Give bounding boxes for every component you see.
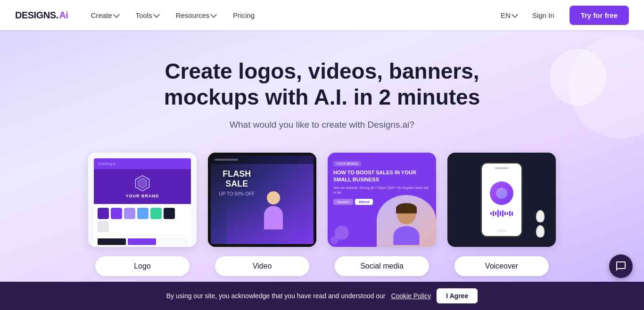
speaker-label: Speaker	[333, 199, 353, 205]
figure-body	[264, 206, 283, 229]
voice-phone	[480, 162, 523, 237]
brand-text: YOUR BRAND	[125, 194, 159, 198]
flash-sale-title: FLASHSALE	[219, 169, 255, 189]
logo-palette	[94, 204, 191, 247]
social-media-label: Social media	[360, 262, 404, 270]
hero-title: Create logos, videos, banners, mockups w…	[143, 58, 501, 110]
video-button[interactable]: Video	[215, 256, 309, 276]
face-body	[393, 226, 419, 245]
voiceover-card: Voiceover	[447, 153, 556, 276]
social-mockup: YOUR BRAND HOW TO BOOST SALES IN YOUR SM…	[328, 153, 436, 247]
social-brand-label: YOUR BRAND	[333, 161, 361, 166]
phone-speaker	[495, 167, 509, 169]
chevron-down-icon	[153, 11, 160, 17]
language-selector[interactable]: EN	[501, 11, 517, 19]
nav-tools-label: Tools	[136, 11, 152, 19]
hero-section: Create logos, videos, banners, mockups w…	[0, 30, 644, 310]
wave-bar-6	[502, 210, 504, 217]
video-card: FLASHSALE UP TO 50% OFF Video	[208, 153, 316, 276]
swatch-7	[98, 221, 109, 232]
wave-bar-4	[497, 210, 499, 217]
earbud-1	[536, 210, 545, 222]
attend-button: Attend	[355, 199, 373, 205]
navbar-left: DESIGNS. Ai Create Tools Resources Prici…	[15, 8, 262, 23]
social-card-image: YOUR BRAND HOW TO BOOST SALES IN YOUR SM…	[328, 153, 436, 247]
chevron-down-icon	[210, 11, 217, 17]
voice-circle	[490, 181, 513, 205]
social-media-button[interactable]: Social media	[335, 256, 429, 276]
wave-bar-5	[500, 211, 501, 216]
wave-bar-8	[507, 212, 508, 215]
social-title: HOW TO BOOST SALES IN YOUR SMALL BUSINES…	[333, 169, 430, 183]
social-buttons: Speaker Attend	[333, 199, 430, 205]
voice-waveform	[490, 209, 513, 218]
swatch-2	[111, 208, 122, 219]
voice-circle-inner	[496, 188, 507, 199]
logo-mockup: Branding Ai YOUR BRAND	[88, 153, 197, 247]
header-bar	[215, 159, 238, 161]
nav-pricing-label: Pricing	[233, 11, 255, 19]
logo-button[interactable]: Logo	[95, 256, 190, 276]
voice-card-image	[447, 153, 556, 247]
nav-resources[interactable]: Resources	[168, 8, 224, 23]
chat-icon	[615, 261, 627, 272]
cookie-agree-button[interactable]: I Agree	[437, 288, 478, 303]
language-label: EN	[501, 11, 511, 19]
try-free-button[interactable]: Try for free	[570, 6, 629, 25]
chat-button[interactable]	[609, 254, 633, 278]
palette-row2	[98, 238, 187, 245]
social-media-card: YOUR BRAND HOW TO BOOST SALES IN YOUR SM…	[328, 153, 436, 276]
hero-subtitle: What would you like to create with Desig…	[230, 120, 414, 130]
chevron-down-icon	[512, 11, 518, 17]
logo-card-image: Branding Ai YOUR BRAND	[88, 153, 197, 247]
cookie-policy-link[interactable]: Cookie Policy	[391, 292, 431, 300]
logo-mockup-brand: YOUR BRAND	[94, 169, 191, 204]
tablet-frame: FLASHSALE UP TO 50% OFF	[208, 153, 316, 247]
chevron-down-icon	[113, 11, 120, 17]
cards-row: Branding Ai YOUR BRAND	[39, 153, 605, 276]
swatch-3	[124, 208, 135, 219]
flash-sale-text: FLASHSALE UP TO 50% OFF	[219, 169, 255, 196]
nav-tools[interactable]: Tools	[128, 8, 166, 23]
flash-sale-subtitle: UP TO 50% OFF	[219, 191, 255, 196]
voiceover-label: Voiceover	[485, 262, 518, 270]
mockup-header-text: Branding Ai	[99, 162, 116, 165]
nav-create[interactable]: Create	[83, 8, 126, 23]
wave-bar-2	[493, 211, 494, 216]
social-content: YOUR BRAND HOW TO BOOST SALES IN YOUR SM…	[328, 153, 436, 210]
voice-mockup	[447, 153, 556, 247]
svg-marker-1	[138, 179, 147, 189]
video-mockup: FLASHSALE UP TO 50% OFF	[208, 153, 316, 247]
type-swatch-light	[158, 238, 187, 245]
video-card-image: FLASHSALE UP TO 50% OFF	[208, 153, 316, 247]
hex-icon	[134, 175, 151, 192]
sign-in-label: Sign In	[532, 11, 554, 19]
divider	[98, 235, 187, 236]
cookie-text: By using our site, you acknowledge that …	[166, 292, 386, 300]
type-swatch-purple	[128, 238, 156, 245]
nav-pricing[interactable]: Pricing	[225, 8, 262, 23]
wave-bar-10	[512, 212, 513, 216]
logo-text: DESIGNS.	[15, 10, 58, 21]
wave-bar-9	[509, 211, 511, 216]
voiceover-button[interactable]: Voiceover	[454, 256, 549, 276]
deco-circle-2	[330, 236, 339, 245]
earbud-2	[536, 225, 545, 237]
logo[interactable]: DESIGNS. Ai	[15, 10, 68, 21]
swatch-1	[98, 208, 109, 219]
logo-label: Logo	[134, 262, 151, 270]
nav-resources-label: Resources	[176, 11, 210, 19]
logo-ai: Ai	[59, 10, 68, 21]
wave-bar-7	[504, 212, 506, 215]
social-detail: Join our webinar: 29 Aug @ 7:30pm (GMT +…	[333, 186, 430, 195]
video-label: Video	[253, 262, 272, 270]
earbuds	[536, 210, 545, 237]
type-swatch-dark	[98, 238, 126, 245]
swatch-5	[150, 208, 162, 219]
sign-in-button[interactable]: Sign In	[525, 8, 562, 23]
navbar: DESIGNS. Ai Create Tools Resources Prici…	[0, 0, 644, 30]
wave-bar-3	[495, 212, 496, 215]
swatch-4	[137, 208, 149, 219]
nav-create-label: Create	[91, 11, 112, 19]
logo-mockup-header: Branding Ai	[94, 158, 191, 169]
